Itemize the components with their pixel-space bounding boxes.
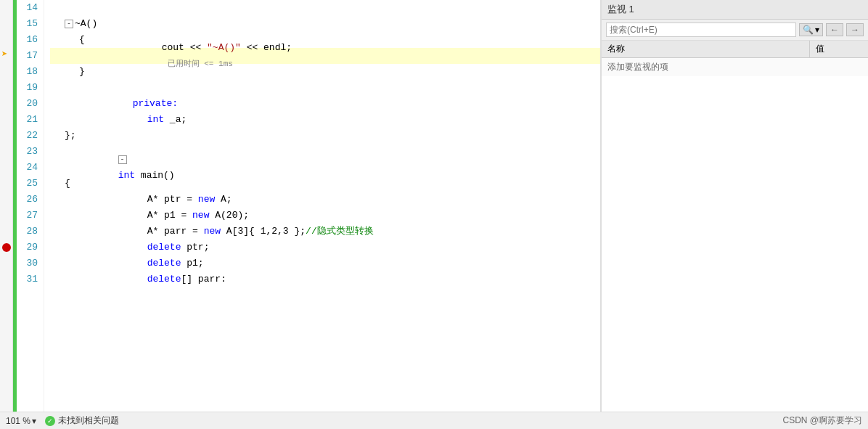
code-line-17: cout << "~A()" << endl; 已用时间 <= 1ms bbox=[50, 48, 600, 64]
line-num-22: 22 bbox=[17, 128, 38, 144]
line-num-23: 23 bbox=[17, 144, 38, 160]
line-num-16: 16 bbox=[17, 32, 38, 48]
code-line-14 bbox=[50, 0, 600, 16]
zoom-dropdown-icon: ▾ bbox=[32, 416, 36, 426]
watch-table: 名称 值 添加要监视的项 bbox=[602, 41, 868, 412]
line-numbers: 14 15 16 17 18 19 20 21 22 23 24 25 26 2… bbox=[17, 0, 44, 412]
branding: CSDN @啊苏要学习 bbox=[782, 414, 862, 427]
status-zoom[interactable]: 101 % ▾ bbox=[6, 416, 36, 426]
code-line-21: int _a; bbox=[50, 112, 600, 128]
search-dropdown-icon: ▾ bbox=[815, 25, 819, 35]
status-bar: 101 % ▾ ✓ 未找到相关问题 CSDN @啊苏要学习 bbox=[0, 412, 868, 429]
line-num-28: 28 bbox=[17, 224, 38, 240]
check-icon: ✓ bbox=[45, 416, 55, 426]
watch-search-bar: 🔍 ▾ ← → bbox=[602, 20, 868, 41]
code-area: ➤ 14 15 16 17 18 19 20 21 22 23 24 25 26 bbox=[0, 0, 600, 412]
watch-col-name-header: 名称 bbox=[602, 41, 810, 57]
search-icon: 🔍 bbox=[803, 25, 814, 35]
line-num-21: 21 bbox=[17, 112, 38, 128]
line-num-17: 17 bbox=[17, 48, 38, 64]
watch-nav-forward-button[interactable]: → bbox=[846, 23, 864, 36]
status-check: ✓ 未找到相关问题 bbox=[45, 414, 119, 427]
line-num-31: 31 bbox=[17, 271, 38, 287]
main-container: ➤ 14 15 16 17 18 19 20 21 22 23 24 25 26 bbox=[0, 0, 868, 412]
watch-col-value-header: 值 bbox=[810, 41, 868, 57]
line-num-29: 29 bbox=[17, 240, 38, 256]
code-line-31: delete[] parr: bbox=[50, 271, 600, 287]
gutter-indicators: ➤ bbox=[0, 0, 13, 412]
zoom-value: 101 % bbox=[6, 416, 30, 426]
line-num-20: 20 bbox=[17, 96, 38, 112]
watch-panel: 监视 1 🔍 ▾ ← → 名称 值 添加要监视的项 bbox=[601, 0, 868, 412]
code-line-18: } bbox=[50, 64, 600, 80]
line-num-19: 19 bbox=[17, 80, 38, 96]
code-content: - ~A() { cout << "~A()" << endl; 已用时间 <=… bbox=[44, 0, 600, 412]
watch-table-header: 名称 值 bbox=[602, 41, 868, 58]
line-num-25: 25 bbox=[17, 176, 38, 192]
line-num-15: 15 bbox=[17, 16, 38, 32]
breakpoint-icon bbox=[2, 243, 11, 252]
line-num-14: 14 bbox=[17, 0, 38, 16]
watch-search-input[interactable] bbox=[606, 23, 796, 37]
watch-empty-row[interactable]: 添加要监视的项 bbox=[602, 58, 868, 76]
line-num-30: 30 bbox=[17, 256, 38, 271]
fold-icon-24[interactable]: - bbox=[118, 155, 127, 164]
line-num-26: 26 bbox=[17, 192, 38, 208]
code-line-24: - int main() bbox=[50, 160, 600, 176]
line-num-24: 24 bbox=[17, 160, 38, 176]
code-editor: ➤ 14 15 16 17 18 19 20 21 22 23 24 25 26 bbox=[0, 0, 601, 412]
current-arrow-icon: ➤ bbox=[1, 48, 7, 60]
line-num-18: 18 bbox=[17, 64, 38, 80]
line-num-27: 27 bbox=[17, 208, 38, 224]
watch-nav-back-button[interactable]: ← bbox=[826, 23, 843, 36]
watch-title: 监视 1 bbox=[602, 0, 868, 20]
status-text: 未找到相关问题 bbox=[58, 414, 119, 427]
watch-search-button[interactable]: 🔍 ▾ bbox=[799, 23, 823, 36]
